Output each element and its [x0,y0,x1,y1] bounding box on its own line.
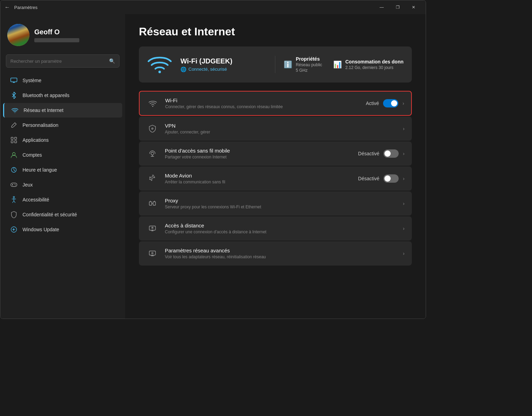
sidebar-label-comptes: Comptes [23,152,42,158]
app-layout: Geoff O 🔍 Système [0,14,426,319]
search-icon: 🔍 [109,58,115,64]
jeux-icon [10,181,18,189]
main-content: Réseau et Internet Wi-Fi (JDGEEK) 🌐 Conn… [125,14,426,319]
consumption-label: Consommation des donn [345,59,404,64]
avion-chevron: › [403,176,405,181]
sidebar-label-windows-update: Windows Update [23,227,59,232]
consumption-icon: 📊 [333,60,342,69]
nav-list: Système Bluetooth et appareils [0,73,125,237]
acces-distance-desc: Configurer une connexion d'accès à dista… [165,229,397,234]
wifi-setting-icon [147,97,159,110]
minimize-button[interactable]: — [374,2,390,13]
proxy-text: Proxy Serveur proxy pour les connexions … [165,198,397,209]
properties-detail2: 5 GHz [296,68,322,73]
proxy-desc: Serveur proxy pour les connexions Wi-Fi … [165,205,397,209]
sidebar-item-heure[interactable]: Heure et langue [3,163,122,177]
network-name: Wi-Fi (JDGEEK) [180,57,267,65]
toggle-thumb [384,175,391,182]
proxy-title: Proxy [165,198,397,203]
svg-point-36 [152,252,153,254]
hotspot-toggle[interactable] [383,149,399,158]
svg-point-13 [15,184,15,185]
properties-label: Propriétés [296,56,322,62]
svg-line-19 [14,201,15,203]
sidebar-item-windows-update[interactable]: Windows Update [3,222,122,237]
proxy-chevron: › [403,201,405,206]
user-name: Geoff O [34,28,79,36]
svg-rect-24 [149,202,152,205]
info-icon: ℹ️ [284,60,292,69]
hotspot-status: Désactivé [358,151,379,156]
avion-text: Mode Avion Arrêter la communication sans… [165,173,352,184]
sidebar-item-bluetooth[interactable]: Bluetooth et appareils [3,88,122,103]
sidebar-item-personnalisation[interactable]: Personnalisation [3,118,122,132]
avion-title: Mode Avion [165,173,352,179]
close-button[interactable]: ✕ [406,2,422,13]
setting-parametres-reseau[interactable]: Paramètres réseau avancés Voir tous les … [139,241,412,266]
sidebar-label-bluetooth: Bluetooth et appareils [23,93,69,98]
parametres-reseau-desc: Voir tous les adaptateurs réseau, réinit… [165,254,397,259]
sidebar-item-confidentialite[interactable]: Confidentialité et sécurité [3,207,122,222]
setting-hotspot[interactable]: Point d'accès sans fil mobile Partager v… [139,141,412,166]
back-button[interactable]: ← [5,4,10,10]
sidebar-item-reseau[interactable]: Réseau et Internet [3,103,122,118]
consumption-item: 📊 Consommation des donn 2.12 Go, dernier… [333,56,404,73]
setting-avion[interactable]: Mode Avion Arrêter la communication sans… [139,166,412,191]
properties-text: Propriétés Réseau public 5 GHz [296,56,322,73]
parametres-reseau-title: Paramètres réseau avancés [165,248,397,253]
vpn-right: › [403,126,405,131]
setting-wifi[interactable]: Wi-Fi Connecter, gérer des réseaux connu… [139,91,412,116]
setting-vpn[interactable]: VPN Ajouter, connecter, gérer › [139,116,412,141]
wifi-nav-icon [11,106,19,114]
network-status: 🌐 Connecté, sécurisé [180,67,267,72]
hotspot-right: Désactivé › [358,149,405,158]
vpn-icon [146,122,159,135]
applications-icon [10,136,18,144]
svg-rect-33 [149,251,156,255]
maximize-button[interactable]: ❐ [390,2,406,13]
sidebar-item-accessibilite[interactable]: Accessibilité [3,192,122,207]
network-meta: ℹ️ Propriétés Réseau public 5 GHz 📊 Cons… [284,56,404,73]
svg-point-14 [15,185,16,185]
svg-point-22 [152,128,153,129]
sidebar-item-systeme[interactable]: Système [3,73,122,88]
vpn-chevron: › [403,126,405,131]
user-info: Geoff O [34,28,79,42]
svg-rect-5 [15,137,17,139]
vpn-title: VPN [165,123,397,129]
consumption-text: Consommation des donn 2.12 Go, derniers … [345,59,404,70]
divider [275,56,275,73]
search-input[interactable] [10,59,109,64]
svg-rect-10 [11,183,17,187]
proxy-icon [146,197,159,210]
sidebar-item-jeux[interactable]: Jeux [3,177,122,192]
window-controls: — ❐ ✕ [374,2,422,13]
properties-item: ℹ️ Propriétés Réseau public 5 GHz [284,56,322,73]
wifi-desc: Connecter, gérer des réseaux connus, con… [165,104,360,109]
sidebar-item-applications[interactable]: Applications [3,133,122,147]
sidebar-item-comptes[interactable]: Comptes [3,148,122,162]
acces-distance-text: Accès à distance Configurer une connexio… [165,223,397,234]
globe-icon: 🌐 [180,67,186,72]
vpn-desc: Ajouter, connecter, gérer [165,130,397,135]
svg-point-3 [15,112,15,113]
svg-rect-0 [11,78,17,82]
confidentialite-icon [10,211,18,218]
avion-status: Désactivé [358,176,379,181]
setting-proxy[interactable]: Proxy Serveur proxy pour les connexions … [139,191,412,216]
search-box[interactable]: 🔍 [6,54,119,68]
sidebar-label-systeme: Système [23,78,41,83]
parametres-reseau-right: › [403,251,405,256]
svg-point-15 [13,197,15,198]
sidebar-label-confidentialite: Confidentialité et sécurité [23,212,77,217]
avion-toggle[interactable] [383,174,399,183]
monitor-icon [10,77,18,84]
avion-right: Désactivé › [358,174,405,183]
comptes-icon [10,151,18,159]
setting-acces-distance[interactable]: Accès à distance Configurer une connexio… [139,216,412,241]
hotspot-icon [146,147,159,160]
user-section: Geoff O [0,18,125,53]
wifi-toggle[interactable] [383,99,398,107]
svg-line-18 [12,201,14,203]
hotspot-text: Point d'accès sans fil mobile Partager v… [165,148,352,159]
